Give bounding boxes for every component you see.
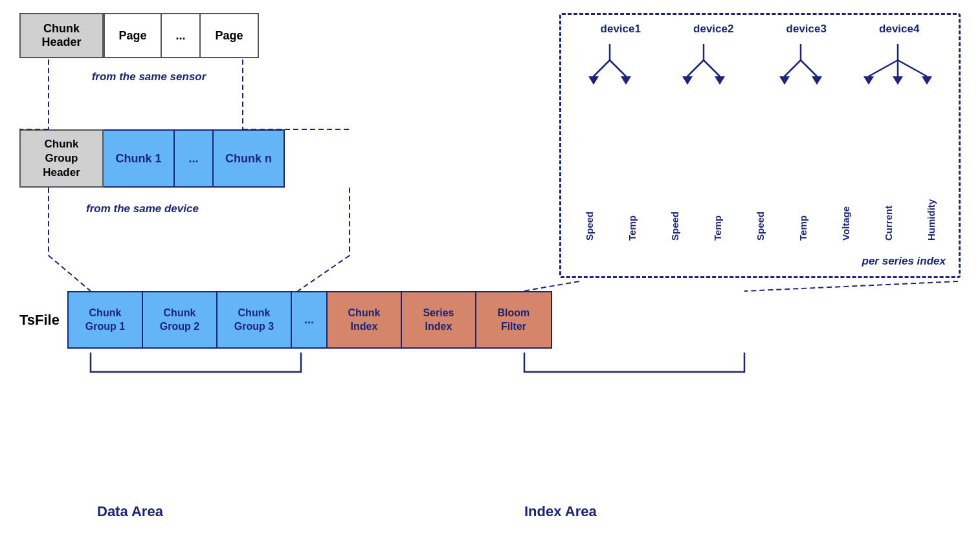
- svg-marker-13: [779, 76, 790, 85]
- svg-marker-4: [621, 76, 631, 85]
- chunk-group-1-box: ChunkGroup 1: [69, 292, 143, 347]
- svg-line-30: [523, 281, 579, 291]
- tsfile-label: TsFile: [19, 312, 60, 329]
- page-label-1: Page: [118, 29, 146, 43]
- chunk-1-box: Chunk 1: [104, 129, 175, 188]
- svg-line-29: [298, 256, 350, 291]
- tsfile-dots-label: ...: [304, 313, 314, 327]
- chunk-group-3-label: ChunkGroup 3: [234, 307, 274, 334]
- svg-marker-14: [812, 76, 822, 85]
- chunk-header-label: Chunk Header: [41, 22, 81, 49]
- right-panel: device1 device2 device3 device4: [559, 13, 961, 278]
- svg-line-6: [687, 60, 704, 76]
- sensor-temp-2: Temp: [712, 176, 723, 241]
- device4-label: device4: [879, 23, 919, 36]
- svg-line-1: [594, 60, 610, 76]
- tsfile-dots: ...: [292, 292, 328, 347]
- device2-label: device2: [693, 23, 733, 36]
- sensor-speed-2: Speed: [669, 176, 680, 241]
- sensor-humidity: Humidity: [926, 176, 937, 241]
- from-same-device-label: from the same device: [65, 202, 220, 216]
- svg-line-18: [898, 60, 927, 76]
- per-series-label: per series index: [862, 254, 946, 268]
- data-area-label: Data Area: [97, 503, 163, 520]
- series-index-box: SeriesIndex: [402, 292, 476, 347]
- chunk-index-box: ChunkIndex: [328, 292, 402, 347]
- svg-line-11: [785, 60, 801, 76]
- dots-label-top: ...: [175, 29, 185, 43]
- device3-label: device3: [786, 23, 827, 36]
- chunk-1-label: Chunk 1: [115, 152, 161, 166]
- page-box-1: Page: [104, 13, 162, 58]
- sensor-temp-3: Temp: [797, 176, 808, 241]
- top-section: Chunk Header Page ... Page: [19, 13, 259, 58]
- chunk-dots-label: ...: [188, 152, 198, 166]
- bloom-filter-box: BloomFilter: [476, 292, 551, 347]
- chunk-n-box: Chunk n: [214, 129, 285, 188]
- svg-marker-8: [682, 76, 693, 85]
- chunk-group-header-box: Chunk Group Header: [19, 129, 104, 188]
- bottom-section: TsFile ChunkGroup 1 ChunkGroup 2 ChunkGr…: [19, 291, 552, 349]
- svg-marker-3: [588, 76, 599, 85]
- from-same-sensor-label: from the same sensor: [78, 70, 220, 84]
- series-index-label: SeriesIndex: [423, 307, 454, 334]
- svg-line-2: [610, 60, 626, 76]
- sensor-voltage: Voltage: [840, 176, 851, 241]
- sensor-labels: Speed Temp Speed Temp Speed Temp Voltage…: [568, 163, 952, 241]
- chunk-n-label: Chunk n: [225, 152, 272, 166]
- svg-line-28: [49, 256, 91, 291]
- sensor-speed-1: Speed: [584, 176, 595, 241]
- page-box-2: Page: [201, 13, 259, 58]
- chunk-group-3-box: ChunkGroup 3: [217, 292, 292, 347]
- svg-marker-19: [863, 76, 874, 85]
- svg-line-12: [801, 60, 817, 76]
- chunk-index-label: ChunkIndex: [348, 307, 381, 334]
- svg-line-16: [869, 60, 898, 76]
- bloom-filter-label: BloomFilter: [498, 307, 530, 334]
- svg-line-7: [704, 60, 720, 76]
- middle-section: Chunk Group Header Chunk 1 ... Chunk n: [19, 129, 285, 188]
- svg-marker-9: [715, 76, 725, 85]
- svg-marker-20: [893, 76, 903, 85]
- page-label-2: Page: [215, 29, 243, 43]
- sensor-temp-1: Temp: [627, 176, 638, 241]
- diagram-container: Chunk Header Page ... Page from the same…: [0, 0, 980, 533]
- device-row: device1 device2 device3 device4: [574, 23, 946, 36]
- sensor-speed-3: Speed: [755, 176, 766, 241]
- chunk-group-2-box: ChunkGroup 2: [143, 292, 217, 347]
- svg-marker-21: [922, 76, 932, 85]
- tsfile-row: ChunkGroup 1 ChunkGroup 2 ChunkGroup 3 .…: [67, 291, 552, 349]
- chunk-dots-box: ...: [175, 129, 214, 188]
- sensor-current: Current: [883, 176, 894, 241]
- chunk-group-1-label: ChunkGroup 1: [85, 307, 125, 334]
- chunk-group-2-label: ChunkGroup 2: [160, 307, 199, 334]
- chunk-group-header-label: Chunk Group Header: [43, 137, 80, 180]
- device1-label: device1: [601, 23, 641, 36]
- chunk-header-box: Chunk Header: [19, 13, 104, 58]
- dots-box-top: ...: [162, 13, 201, 58]
- index-area-label: Index Area: [524, 503, 597, 520]
- svg-line-31: [744, 281, 958, 291]
